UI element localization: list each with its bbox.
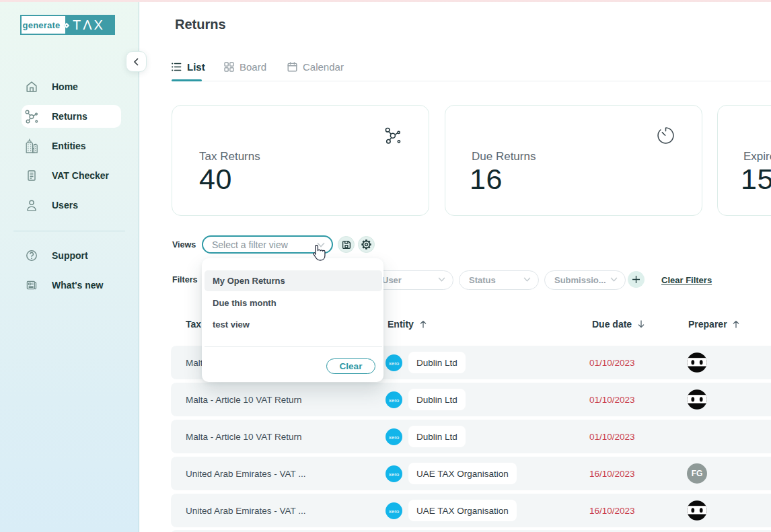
svg-text:xero: xero	[389, 471, 400, 478]
svg-text:xero: xero	[389, 397, 400, 404]
svg-text:xero: xero	[389, 508, 400, 515]
svg-text:xero: xero	[389, 434, 400, 441]
svg-text:xero: xero	[389, 360, 400, 367]
